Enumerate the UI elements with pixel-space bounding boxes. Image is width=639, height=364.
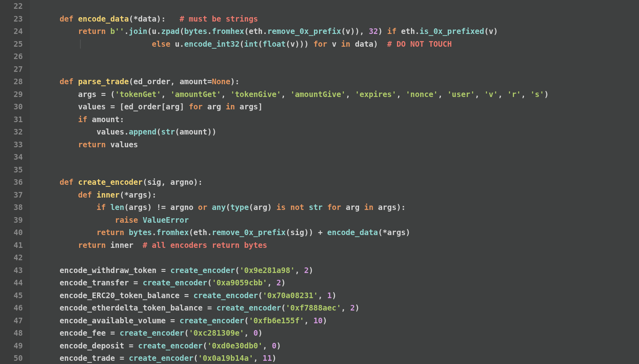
code-line[interactable]: encode_deposit = create_encoder('0xd0e30… [41,340,639,352]
line-number: 23 [0,13,23,26]
code-line[interactable]: args = ('tokenGet', 'amountGet', 'tokenG… [41,88,639,101]
line-number: 26 [0,50,23,63]
line-number: 48 [0,327,23,340]
code-line[interactable]: encode_etherdelta_token_balance = create… [41,302,639,315]
line-number: 47 [0,315,23,327]
line-number: 46 [0,302,23,315]
code-line[interactable] [41,50,639,63]
code-line[interactable]: return b''.join(u.zpad(bytes.fromhex(eth… [41,25,639,38]
line-number-gutter: 2223242526272829303132333435363738394041… [0,0,30,364]
code-line[interactable] [41,63,639,76]
code-line[interactable]: return bytes.fromhex(eth.remove_0x_prefi… [41,226,639,239]
line-number: 35 [0,164,23,176]
code-line[interactable]: │ else u.encode_int32(int(float(v))) for… [41,38,639,51]
code-line[interactable] [41,251,639,264]
code-line[interactable]: raise ValueError [41,214,639,227]
code-line[interactable]: def encode_data(*data): # must be string… [41,13,639,26]
code-line[interactable]: return inner # all encoders return bytes [41,239,639,252]
code-line[interactable]: values.append(str(amount)) [41,126,639,138]
code-line[interactable]: encode_trade = create_encoder('0x0a19b14… [41,352,639,364]
code-editor[interactable]: 2223242526272829303132333435363738394041… [0,0,639,364]
line-number: 29 [0,88,23,101]
code-line[interactable]: encode_ERC20_token_balance = create_enco… [41,289,639,302]
line-number: 27 [0,63,23,76]
code-line[interactable] [41,0,639,13]
code-line[interactable]: def inner(*args): [41,189,639,202]
line-number: 22 [0,0,23,13]
line-number: 36 [0,176,23,189]
line-number: 41 [0,239,23,252]
code-line[interactable]: encode_fee = create_encoder('0xc281309e'… [41,327,639,340]
line-number: 34 [0,151,23,164]
code-line[interactable] [41,164,639,176]
code-line[interactable]: encode_withdraw_token = create_encoder('… [41,264,639,277]
code-line[interactable]: encode_transfer = create_encoder('0xa905… [41,277,639,289]
line-number: 43 [0,264,23,277]
line-number: 45 [0,289,23,302]
line-number: 37 [0,189,23,202]
code-line[interactable]: values = [ed_order[arg] for arg in args] [41,101,639,113]
code-line[interactable]: encode_available_volume = create_encoder… [41,315,639,327]
code-line[interactable]: def parse_trade(ed_order, amount=None): [41,75,639,88]
line-number: 24 [0,25,23,38]
line-number: 40 [0,226,23,239]
line-number: 31 [0,113,23,126]
line-number: 30 [0,101,23,113]
code-line[interactable] [41,151,639,164]
line-number: 32 [0,126,23,138]
line-number: 49 [0,340,23,352]
line-number: 44 [0,277,23,289]
line-number: 50 [0,352,23,364]
code-line[interactable]: def create_encoder(sig, argno): [41,176,639,189]
line-number: 38 [0,201,23,214]
line-number: 33 [0,138,23,151]
code-line[interactable]: return values [41,138,639,151]
code-line[interactable]: if len(args) != argno or any(type(arg) i… [41,201,639,214]
line-number: 42 [0,251,23,264]
line-number: 39 [0,214,23,227]
code-line[interactable]: if amount: [41,113,639,126]
line-number: 25 [0,38,23,51]
code-area[interactable]: def encode_data(*data): # must be string… [30,0,639,364]
line-number: 28 [0,75,23,88]
